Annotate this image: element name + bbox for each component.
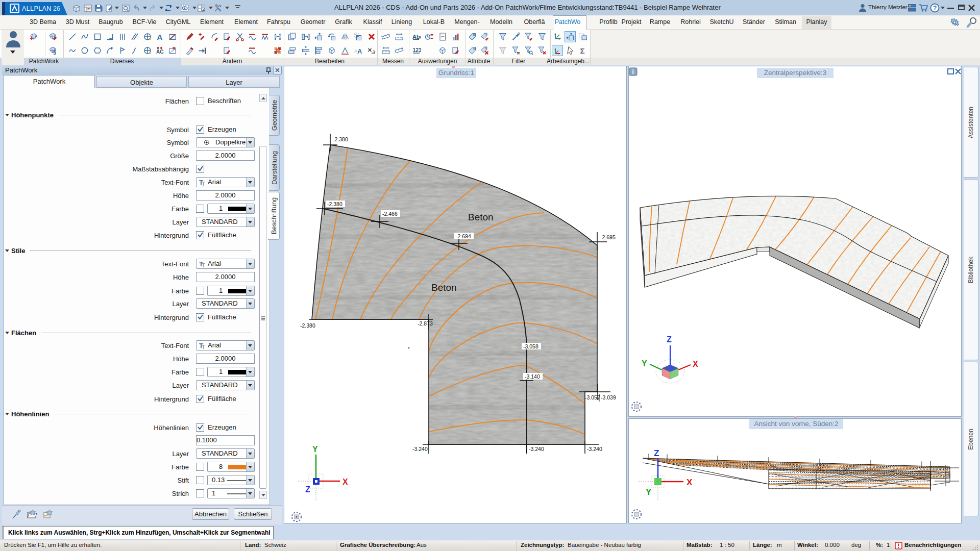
- svg-text:-2.466: -2.466: [382, 211, 398, 217]
- svg-text:-3.039: -3.039: [601, 394, 616, 400]
- svg-text:X: X: [693, 360, 698, 368]
- svg-text:Y: Y: [646, 487, 652, 497]
- svg-text:i: i: [632, 68, 634, 76]
- svg-text:-3.140: -3.140: [525, 373, 540, 380]
- svg-text:AC: AC: [156, 49, 163, 55]
- svg-text:-2.380: -2.380: [300, 322, 315, 329]
- svg-text:-2.695: -2.695: [600, 234, 616, 240]
- svg-text:-3.057: -3.057: [585, 394, 600, 400]
- svg-text:Z: Z: [305, 485, 310, 494]
- svg-text:Z: Z: [667, 335, 672, 344]
- svg-text:Beton: Beton: [431, 282, 457, 293]
- svg-text:X: X: [342, 478, 348, 486]
- svg-text:-2.380: -2.380: [333, 136, 348, 142]
- svg-text:T: T: [202, 344, 205, 349]
- svg-text:A: A: [157, 33, 163, 41]
- svg-text:A: A: [357, 47, 362, 55]
- svg-text:123: 123: [413, 47, 422, 53]
- svg-text:ALLPLAN: ALLPLAN: [22, 5, 52, 12]
- svg-text:T: T: [202, 181, 205, 186]
- svg-text:§: §: [53, 49, 56, 55]
- svg-text:X: X: [687, 478, 693, 487]
- svg-text:-2.873: -2.873: [418, 320, 433, 327]
- svg-text:T: T: [202, 262, 205, 268]
- svg-text:-2.694: -2.694: [456, 233, 471, 239]
- svg-text:Y: Y: [642, 359, 647, 368]
- svg-text:2: 2: [202, 7, 205, 12]
- svg-text:-3.058: -3.058: [523, 343, 538, 349]
- svg-text:26: 26: [53, 5, 60, 12]
- svg-text:-2.380: -2.380: [327, 201, 342, 207]
- svg-text:Abc: Abc: [412, 34, 421, 40]
- svg-text:Y: Y: [312, 445, 318, 454]
- svg-text:Beton: Beton: [468, 212, 494, 222]
- svg-text:?: ?: [933, 5, 937, 12]
- svg-text:-3.240: -3.240: [412, 446, 428, 452]
- svg-text:Σ: Σ: [580, 46, 585, 55]
- svg-text:-3.240: -3.240: [587, 446, 602, 452]
- svg-text:Z: Z: [654, 448, 659, 458]
- svg-text:-3.240: -3.240: [529, 446, 544, 452]
